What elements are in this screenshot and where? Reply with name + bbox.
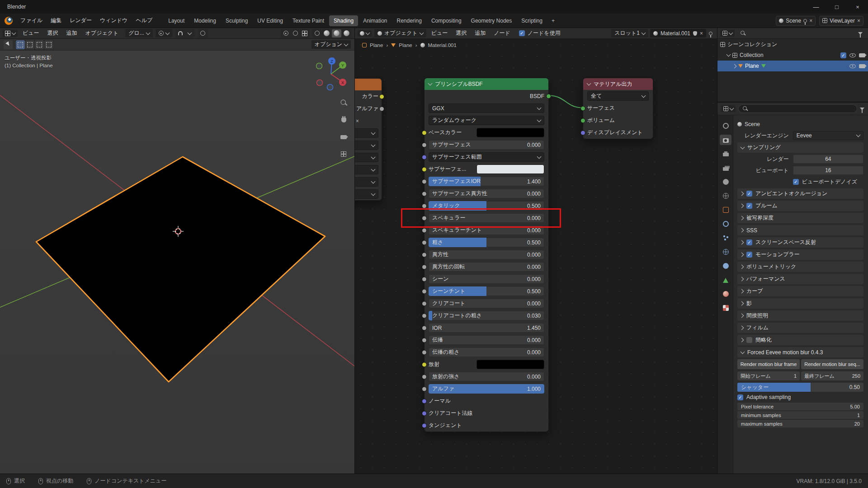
image-node-dropdown-row[interactable] xyxy=(355,139,382,151)
section-header-9[interactable]: 影 xyxy=(737,298,863,309)
properties-tab-physics-icon[interactable] xyxy=(720,247,731,257)
node-slider[interactable]: IOR1.450 xyxy=(429,323,544,333)
properties-tab-particles-icon[interactable] xyxy=(720,233,731,243)
xray-toggle[interactable] xyxy=(300,29,309,38)
filter-icon[interactable] xyxy=(860,108,864,110)
viewport-samples-field[interactable]: 16 xyxy=(793,166,863,175)
value-input-socket[interactable] xyxy=(422,264,427,269)
value-input-socket[interactable] xyxy=(422,203,427,208)
transform-orientation-dropdown[interactable]: グロ... xyxy=(125,29,153,38)
snap-settings-dropdown[interactable] xyxy=(185,29,194,38)
section-header-4[interactable]: スクリーンスペース反射 xyxy=(737,237,863,248)
checkbox[interactable] xyxy=(840,52,846,58)
node-slider[interactable]: サブサーフェス異方性0.000 xyxy=(429,189,544,198)
app-menu-2[interactable]: レンダー xyxy=(66,15,96,26)
addon-button-1[interactable]: Render motion blur seq... xyxy=(801,359,863,369)
search-icon[interactable] xyxy=(740,30,746,36)
minimize-button[interactable]: — xyxy=(806,0,826,14)
output-node-header[interactable]: マテリアル出力 xyxy=(583,78,653,90)
checkbox[interactable] xyxy=(746,239,752,245)
camera-icon[interactable] xyxy=(859,64,865,68)
snap-toggle[interactable] xyxy=(176,29,185,38)
shader-menu-3[interactable]: ノード xyxy=(490,28,514,38)
shader-type-dropdown[interactable]: オブジェクト xyxy=(374,29,426,38)
bsdf-row-14[interactable]: シーン0.000 xyxy=(425,273,548,285)
material-name-field[interactable]: Material.001 × xyxy=(650,29,706,38)
show-overlays-toggle[interactable] xyxy=(291,29,300,38)
value-input-socket[interactable] xyxy=(422,142,427,147)
workspace-tab-layout[interactable]: Layout xyxy=(164,15,189,26)
properties-tab-object-icon[interactable] xyxy=(720,205,731,215)
node-slider[interactable]: メタリック0.500 xyxy=(429,201,544,211)
bsdf-row-19[interactable]: 伝播0.000 xyxy=(425,334,548,346)
output-input-row[interactable]: ボリューム xyxy=(583,114,653,127)
bsdf-row-1[interactable]: ランダムウォーク xyxy=(425,114,548,127)
node-slider[interactable]: サブサーフェスIOR1.400 xyxy=(429,177,544,186)
bsdf-row-7[interactable]: サブサーフェス異方性0.000 xyxy=(425,188,548,200)
scene-selector[interactable]: Scene × xyxy=(776,16,816,26)
node-slider[interactable]: サブサーフェス0.000 xyxy=(429,140,544,150)
collapse-icon[interactable] xyxy=(428,81,433,86)
dropdown[interactable] xyxy=(355,177,378,187)
proportional-edit-toggle[interactable] xyxy=(198,29,208,38)
node-slider[interactable]: 粗さ0.500 xyxy=(429,238,544,247)
checkbox[interactable] xyxy=(746,252,752,258)
viewport-menu-3[interactable]: オブジェクト xyxy=(81,28,123,38)
start-frame-field[interactable]: 開始フレーム 1 xyxy=(737,371,800,380)
bsdf-row-24[interactable]: ノーマル xyxy=(425,395,548,407)
viewport-menu-0[interactable]: ビュー xyxy=(19,28,43,38)
workspace-tab-shading[interactable]: Shading xyxy=(329,15,358,26)
render-samples-field[interactable]: 64 xyxy=(793,155,863,164)
color-swatch[interactable] xyxy=(476,164,544,174)
app-menu-4[interactable]: ヘルプ xyxy=(132,15,156,26)
bsdf-output-row[interactable]: BSDF xyxy=(425,90,548,102)
value-input-socket[interactable] xyxy=(422,386,427,391)
zoom-icon[interactable] xyxy=(339,98,349,108)
dropdown[interactable] xyxy=(355,153,378,162)
image-node-dropdown-row[interactable] xyxy=(355,176,382,188)
section-header-5[interactable]: モーションブラー xyxy=(737,249,863,260)
node-slider[interactable]: 異方性0.000 xyxy=(429,250,544,259)
properties-tab-tool-icon[interactable] xyxy=(720,121,731,131)
breadcrumb-item[interactable]: Plane xyxy=(370,42,383,48)
outliner-row-シーンコレクション[interactable]: シーンコレクション xyxy=(717,39,868,50)
blender-logo-icon[interactable] xyxy=(5,17,13,25)
workspace-tab-sculpting[interactable]: Sculpting xyxy=(221,15,252,26)
color-input-socket[interactable] xyxy=(422,130,427,135)
outliner-row-collection[interactable]: Collection xyxy=(717,50,868,61)
shader-menu-1[interactable]: 選択 xyxy=(452,28,471,38)
editor-type-button[interactable] xyxy=(721,105,736,112)
bsdf-row-10[interactable]: スペキュラーチント0.000 xyxy=(425,224,548,236)
workspace-tab-animation[interactable]: Animation xyxy=(359,15,392,26)
principled-bsdf-node[interactable]: プリンシプルBSDF BSDF GGXランダムウォークベースカラーサブサーフェス… xyxy=(424,78,549,432)
output-input-row[interactable]: サーフェス xyxy=(583,102,653,114)
value-input-socket[interactable] xyxy=(422,289,427,294)
bsdf-row-21[interactable]: 放射 xyxy=(425,358,548,371)
material-shading-button[interactable] xyxy=(332,29,341,38)
value-input-socket[interactable] xyxy=(422,228,427,233)
viewport-canvas[interactable]: ユーザー・透視投影 (1) Collection | Plane Z Y X xyxy=(0,51,354,474)
bsdf-row-22[interactable]: 放射の強さ0.000 xyxy=(425,371,548,383)
image-node-output-row[interactable]: アルファ xyxy=(355,103,382,115)
properties-tab-scene-icon[interactable] xyxy=(720,177,731,187)
node-canvas[interactable]: Plane›Plane›Material.001 カラーアルファ× プリンシプル… xyxy=(355,39,717,474)
value-input-socket[interactable] xyxy=(422,350,427,355)
section-header-0[interactable]: アンビエントオクルージョン xyxy=(737,188,863,199)
bsdf-row-9[interactable]: スペキュラー0.000 xyxy=(425,212,548,224)
node-dropdown[interactable]: ランダムウォーク xyxy=(429,116,544,125)
bsdf-row-6[interactable]: サブサーフェスIOR1.400 xyxy=(425,175,548,188)
viewport-denoise-checkbox[interactable] xyxy=(793,179,799,185)
bsdf-row-11[interactable]: 粗さ0.500 xyxy=(425,236,548,249)
shutter-slider[interactable]: シャッター 0.50 xyxy=(737,383,863,392)
addon-field-2[interactable]: maximum samples20 xyxy=(737,420,863,427)
output-target-row[interactable]: 全て xyxy=(583,90,653,102)
use-nodes-checkbox[interactable] xyxy=(519,30,525,36)
use-nodes-row[interactable]: ノードを使用 xyxy=(519,29,561,37)
section-header-2[interactable]: 被写界深度 xyxy=(737,213,863,223)
bsdf-output-socket[interactable] xyxy=(546,94,551,99)
unlink-material-icon[interactable]: × xyxy=(700,31,703,36)
active-tool-icon[interactable] xyxy=(4,40,13,49)
editor-type-button[interactable] xyxy=(720,30,735,37)
sampling-section-header[interactable]: サンプリング xyxy=(737,142,863,153)
section-header-8[interactable]: カーブ xyxy=(737,286,863,296)
